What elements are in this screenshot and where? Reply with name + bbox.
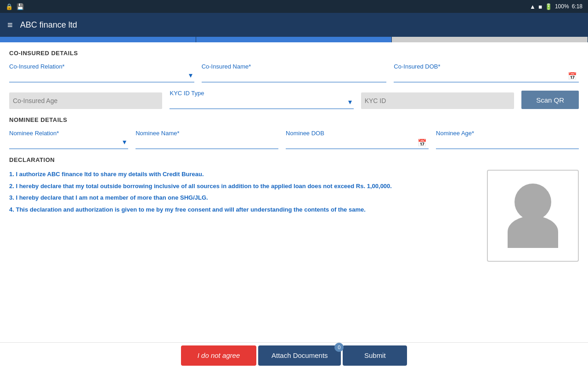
app-title: ABC finance ltd (20, 20, 77, 30)
hamburger-menu[interactable]: ≡ (7, 20, 13, 29)
nominee-age-label: Nominee Age* (436, 130, 579, 137)
co-insured-kyc-type-field: KYC ID Type ▾ (170, 90, 353, 109)
disagree-button[interactable]: I do not agree (181, 345, 257, 366)
co-insured-dob-calendar-icon[interactable]: 📅 (568, 72, 577, 80)
status-bar: 🔒 💾 ▲ ◼ 🔋 100% 6:18 (0, 0, 588, 13)
co-insured-kyc-id-field (361, 92, 514, 109)
nominee-dob-field: Nominee DOB 📅 (286, 130, 429, 149)
declaration-item-1: 1. I authorize ABC finance ltd to share … (9, 170, 478, 179)
co-insured-age-field (9, 92, 162, 109)
lock-icon: 🔒 (6, 3, 13, 10)
co-insured-section-title: CO-INSURED DETAILS (9, 50, 579, 57)
co-insured-name-label: Co-Insured Name* (202, 63, 387, 70)
co-insured-row-1: Co-Insured Relation* ▾ Co-Insured Name* … (9, 63, 579, 82)
nominee-name-input[interactable] (136, 138, 278, 149)
battery-icon: 🔋 (545, 3, 552, 10)
avatar-head (514, 184, 551, 220)
declaration-text: 1. I authorize ABC finance ltd to share … (9, 170, 478, 217)
nominee-dob-label: Nominee DOB (286, 130, 429, 137)
scan-qr-button[interactable]: Scan QR (521, 91, 579, 109)
co-insured-kyc-type-label: KYC ID Type (170, 90, 353, 97)
navbar: ≡ ABC finance ltd (0, 13, 588, 37)
progress-tabs (0, 37, 588, 42)
nominee-age-field: Nominee Age* (436, 130, 579, 149)
co-insured-dob-field: Co-Insured DOB* 📅 (394, 63, 579, 82)
battery-level: 100% (555, 3, 569, 10)
photo-placeholder (487, 170, 579, 262)
declaration-item-4: 4. This declaration and authorization is… (9, 205, 478, 214)
co-insured-kyc-id-input (361, 92, 514, 109)
declaration-list: 1. I authorize ABC finance ltd to share … (9, 170, 478, 214)
progress-tab-2 (196, 37, 392, 42)
co-insured-relation-select[interactable] (9, 71, 194, 82)
wifi-icon: ▲ (530, 3, 536, 10)
avatar-body (508, 216, 558, 248)
co-insured-row-2: KYC ID Type ▾ Scan QR (9, 90, 579, 109)
declaration-item-3: 3. I hereby declare that I am not a memb… (9, 193, 478, 202)
nominee-section-title: NOMINEE DETAILS (9, 116, 579, 123)
attach-badge: 0 (334, 343, 344, 352)
nominee-dob-calendar-icon[interactable]: 📅 (418, 138, 427, 147)
nominee-relation-select[interactable] (9, 138, 128, 149)
declaration-section-title: DECLARATION (9, 156, 579, 163)
nominee-name-label: Nominee Name* (136, 130, 278, 137)
signal-icon: ◼ (538, 4, 542, 9)
clock: 6:18 (572, 3, 582, 10)
nominee-name-field: Nominee Name* (136, 130, 278, 149)
action-bar: I do not agree Attach Documents 0 Submit (0, 342, 588, 368)
declaration-content: 1. I authorize ABC finance ltd to share … (9, 170, 579, 262)
nominee-relation-field: Nominee Relation* ▾ (9, 130, 128, 149)
co-insured-age-input (9, 92, 162, 109)
co-insured-relation-label: Co-Insured Relation* (9, 63, 194, 70)
sd-icon: 💾 (17, 3, 24, 10)
progress-tab-3 (392, 37, 588, 42)
declaration-item-2: 2. I hereby declare that my total outsid… (9, 182, 478, 191)
main-content: CO-INSURED DETAILS Co-Insured Relation* … (0, 42, 588, 342)
co-insured-dob-input[interactable] (394, 71, 579, 82)
nominee-dob-input[interactable] (286, 138, 429, 149)
scan-qr-container: Scan QR (521, 91, 579, 109)
co-insured-relation-field: Co-Insured Relation* ▾ (9, 63, 194, 82)
progress-tab-1 (0, 37, 196, 42)
nominee-relation-label: Nominee Relation* (9, 130, 128, 137)
nominee-row: Nominee Relation* ▾ Nominee Name* Nomine… (9, 130, 579, 149)
co-insured-kyc-type-select[interactable] (170, 98, 353, 109)
co-insured-name-input[interactable] (202, 71, 387, 82)
attach-documents-button[interactable]: Attach Documents 0 (258, 345, 341, 366)
nominee-age-input[interactable] (436, 138, 579, 149)
co-insured-name-field: Co-Insured Name* (202, 63, 387, 82)
submit-button[interactable]: Submit (343, 345, 407, 366)
co-insured-dob-label: Co-Insured DOB* (394, 63, 579, 70)
